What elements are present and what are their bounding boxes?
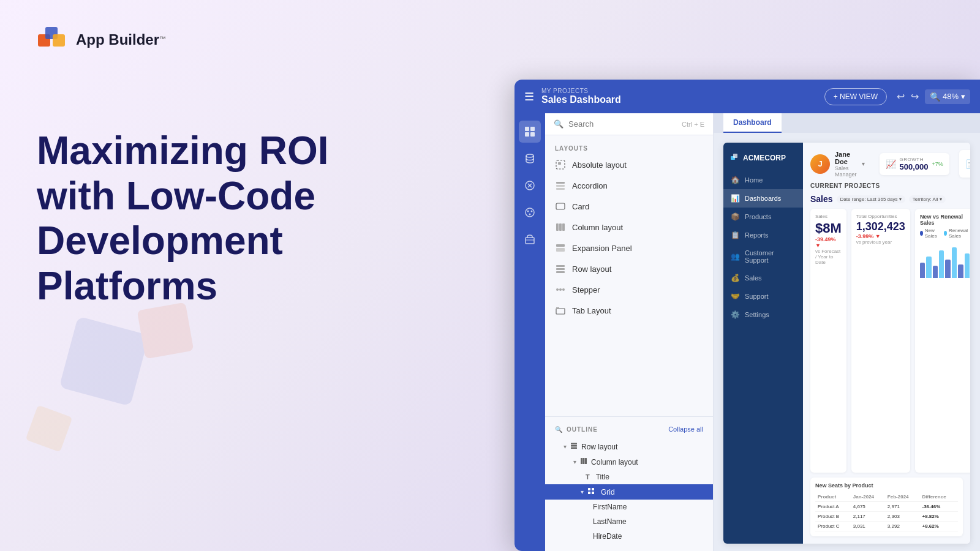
dash-user-info: Jane Doe Sales Manager (835, 151, 857, 178)
outline-item-grid[interactable]: ▾ Grid (545, 484, 713, 500)
stepper-icon (555, 284, 566, 295)
user-dropdown-icon[interactable]: ▾ (862, 160, 865, 167)
collapse-all-link[interactable]: Collapse all (668, 425, 703, 433)
dash-nav-products[interactable]: 📦 Products (723, 208, 803, 226)
sales-footnote: vs Forecast / Year to Date (815, 249, 842, 265)
outline-chevron-grid: ▾ (581, 489, 584, 495)
search-shortcut: Ctrl + E (682, 121, 704, 128)
dash-nav-settings[interactable]: ⚙️ Settings (723, 305, 803, 324)
outline-item-title[interactable]: T Title (545, 470, 713, 484)
chart-legend: New Sales Renewal Sales (920, 228, 970, 239)
search-input[interactable] (568, 119, 677, 129)
app-body: 🔍 Ctrl + E LAYOUTS Absolute layout (514, 113, 980, 551)
preview-area: Dashboard ACMECORP 🏠 Home 📊 D (714, 113, 980, 551)
table-row: Product A 4,675 2,971 -36.46% (815, 502, 958, 512)
header-actions: ↩ ↪ 🔍 48% ▾ (897, 89, 970, 104)
undo-icon[interactable]: ↩ (897, 91, 905, 102)
sales-title-row: Sales Date range: Last 365 days ▾ Territ… (810, 194, 963, 204)
new-view-button[interactable]: + NEW VIEW (824, 88, 887, 105)
legend-renewal-sales: Renewal Sales (944, 228, 970, 239)
dash-nav-support[interactable]: 🤝 Support (723, 287, 803, 305)
header-left: ☰ MY PROJECTS Sales Dashboard (524, 88, 815, 105)
preview-tab-dashboard[interactable]: Dashboard (723, 113, 782, 133)
table-row: Product C 3,031 3,292 +8.62% (815, 522, 958, 531)
layout-item-card[interactable]: Card (545, 196, 713, 217)
hamburger-icon[interactable]: ☰ (524, 90, 534, 103)
sidebar-icon-database[interactable] (519, 148, 541, 170)
layout-item-column[interactable]: Column layout (545, 217, 713, 238)
sales-icon: 💰 (731, 274, 740, 282)
svg-rect-18 (526, 238, 534, 244)
svg-rect-32 (556, 268, 565, 270)
svg-rect-39 (556, 309, 565, 314)
territory-filter-chip[interactable]: Territory: All ▾ (909, 195, 946, 203)
row-layout-icon (555, 263, 566, 274)
layout-item-absolute[interactable]: Absolute layout (545, 154, 713, 175)
svg-rect-24 (556, 188, 565, 190)
dash-nav-sales[interactable]: 💰 Sales (723, 269, 803, 287)
layout-item-tab[interactable]: Tab Layout (545, 300, 713, 321)
reports-chart-icon: 📄 (965, 159, 970, 169)
svg-rect-8 (525, 132, 529, 137)
layout-item-expansion[interactable]: Expansion Panel (545, 238, 713, 258)
preview-tab-bar: Dashboard (714, 113, 980, 133)
breadcrumb-area: MY PROJECTS Sales Dashboard (541, 88, 621, 105)
dashboard-content: J Jane Doe Sales Manager ▾ 📈 GROWTH 500,… (803, 143, 970, 544)
sidebar-icon-grid[interactable] (519, 121, 541, 143)
dash-chart-area: New vs Renewal Sales New Sales Renewal S… (915, 209, 970, 473)
tab-layout-icon (555, 305, 566, 316)
outline-item-hiredate[interactable]: HireDate (545, 529, 713, 544)
svg-rect-30 (556, 248, 565, 252)
sidebar-icon-xcircle[interactable] (519, 174, 541, 197)
outline-item-column-layout[interactable]: ▾ Column layout (545, 454, 713, 470)
home-icon: 🏠 (731, 176, 740, 184)
svg-rect-26 (556, 223, 559, 231)
outline-item-row-layout[interactable]: ▾ Row layout (545, 439, 713, 454)
current-projects-title: CURRENT PROJECTS (810, 182, 963, 189)
sales-big-number: $8M (815, 220, 842, 236)
svg-rect-31 (556, 265, 565, 267)
layout-item-row[interactable]: Row layout (545, 258, 713, 279)
table-header-jan: Jan-2024 (851, 492, 885, 502)
mini-chart (920, 241, 970, 278)
dash-nav-home[interactable]: 🏠 Home (723, 171, 803, 189)
outline-item-firstname[interactable]: FirstName (545, 500, 713, 514)
svg-rect-49 (588, 492, 590, 494)
date-filter-chip[interactable]: Date range: Last 365 days ▾ (837, 195, 905, 203)
outline-header: 🔍 OUTLINE Collapse all (545, 422, 713, 437)
hero-title: Maximizing ROI with Low-Code Development… (37, 129, 380, 309)
svg-rect-40 (556, 307, 559, 309)
logo-text: App Builder (76, 31, 159, 48)
growth-value: 500,000 (900, 162, 929, 171)
dash-nav-customer-support[interactable]: 👥 Customer Support (723, 244, 803, 269)
layout-item-stepper[interactable]: Stepper (545, 279, 713, 300)
reports-icon: 📋 (731, 231, 740, 239)
growth-change: +7% (932, 161, 943, 167)
sidebar-icon-palette[interactable] (519, 201, 541, 223)
zoom-chevron: ▾ (961, 92, 965, 101)
redo-icon[interactable]: ↪ (911, 91, 919, 102)
svg-rect-9 (530, 132, 535, 137)
sidebar-icon-box[interactable] (519, 228, 541, 250)
growth-label: GROWTH (900, 157, 929, 162)
column-layout-icon (555, 222, 566, 233)
svg-point-16 (531, 211, 533, 212)
svg-point-10 (526, 154, 533, 157)
outline-item-lastname[interactable]: LastName (545, 514, 713, 529)
opps-footnote: vs previous year (856, 239, 905, 245)
svg-point-15 (527, 211, 529, 212)
table-header-diff: Difference (919, 492, 958, 502)
outline-col-icon (580, 457, 587, 467)
dash-nav-dashboards[interactable]: 📊 Dashboards (723, 189, 803, 208)
svg-rect-45 (583, 458, 585, 464)
table-header-feb: Feb-2024 (885, 492, 920, 502)
sales-metric-card: Sales $8M -39.49% ▼ vs Forecast / Year t… (810, 209, 846, 473)
dash-nav-reports[interactable]: 📋 Reports (723, 226, 803, 244)
zoom-control[interactable]: 🔍 48% ▾ (925, 89, 970, 104)
support-icon: 👥 (731, 252, 740, 261)
left-section: App Builder™ Maximizing ROI with Low-Cod… (0, 0, 417, 551)
accordion-icon (555, 180, 566, 191)
layout-item-accordion[interactable]: Accordion (545, 175, 713, 196)
zoom-icon: 🔍 (930, 92, 940, 102)
outline-row-icon (570, 442, 578, 451)
